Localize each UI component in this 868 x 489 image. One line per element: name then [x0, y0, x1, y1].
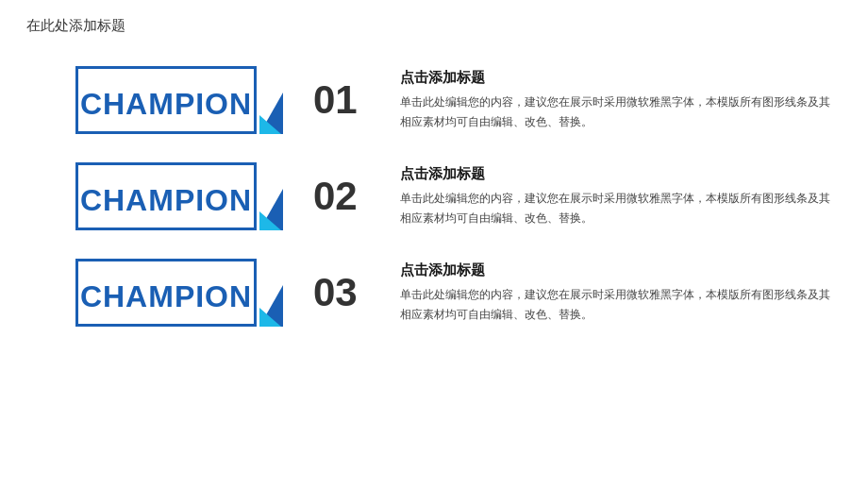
item-number-3: 03 — [313, 270, 370, 315]
svg-text:CHAMPION: CHAMPION — [80, 87, 252, 121]
item-number-1: 01 — [313, 77, 370, 123]
item-text-3: 点击添加标题单击此处编辑您的内容，建议您在展示时采用微软雅黑字体，本模版所有图形… — [400, 261, 830, 324]
item-heading-1: 点击添加标题 — [400, 69, 830, 87]
item-row-3: CHAMPION 03点击添加标题单击此处编辑您的内容，建议您在展示时采用微软雅… — [75, 259, 830, 327]
item-text-1: 点击添加标题单击此处编辑您的内容，建议您在展示时采用微软雅黑字体，本模版所有图形… — [400, 69, 830, 131]
item-heading-3: 点击添加标题 — [400, 261, 830, 279]
item-body-3: 单击此处编辑您的内容，建议您在展示时采用微软雅黑字体，本模版所有图形线条及其相应… — [400, 285, 830, 324]
item-body-1: 单击此处编辑您的内容，建议您在展示时采用微软雅黑字体，本模版所有图形线条及其相应… — [400, 93, 830, 131]
item-row-1: CHAMPION 01点击添加标题单击此处编辑您的内容，建议您在展示时采用微软雅… — [75, 66, 830, 134]
champion-badge-3: CHAMPION — [75, 259, 283, 327]
svg-text:CHAMPION: CHAMPION — [80, 183, 252, 217]
page-title: 在此处添加标题 — [26, 17, 125, 35]
champion-badge-2: CHAMPION — [75, 162, 283, 230]
item-row-2: CHAMPION 02点击添加标题单击此处编辑您的内容，建议您在展示时采用微软雅… — [75, 162, 830, 230]
item-text-2: 点击添加标题单击此处编辑您的内容，建议您在展示时采用微软雅黑字体，本模版所有图形… — [400, 165, 830, 228]
item-heading-2: 点击添加标题 — [400, 165, 830, 183]
item-body-2: 单击此处编辑您的内容，建议您在展示时采用微软雅黑字体，本模版所有图形线条及其相应… — [400, 189, 830, 228]
champion-badge-1: CHAMPION — [75, 66, 283, 134]
svg-text:CHAMPION: CHAMPION — [80, 279, 252, 313]
main-content: CHAMPION 01点击添加标题单击此处编辑您的内容，建议您在展示时采用微软雅… — [75, 66, 830, 327]
item-number-2: 02 — [313, 174, 370, 219]
